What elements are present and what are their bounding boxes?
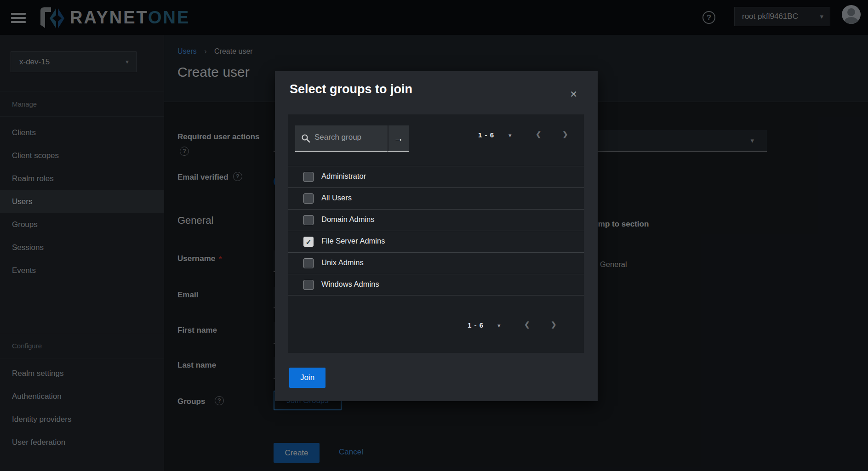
search-submit-button[interactable]: →	[388, 125, 409, 152]
pagination-range-bottom: 1 - 6	[468, 321, 484, 329]
group-row-unix-admins: Unix Admins	[288, 252, 584, 274]
checkbox-windows-admins[interactable]	[303, 280, 314, 290]
checkbox-unix-admins[interactable]	[303, 258, 314, 268]
pagination-prev-top[interactable]: ❮	[536, 130, 542, 138]
pagination-prev-bottom[interactable]: ❮	[524, 320, 530, 329]
pagination-caret-top[interactable]: ▾	[508, 132, 512, 139]
pagination-next-bottom[interactable]: ❯	[551, 320, 557, 329]
group-row-administrator: Administrator	[288, 166, 584, 187]
checkbox-domain-admins[interactable]	[303, 215, 314, 225]
group-list: Administrator All Users Domain Admins ✓ …	[288, 166, 584, 295]
join-button[interactable]: Join	[289, 368, 326, 388]
group-row-file-server-admins: ✓ File Server Admins	[288, 231, 584, 252]
pagination-next-top[interactable]: ❯	[562, 130, 568, 138]
checkbox-file-server-admins-checked[interactable]: ✓	[303, 237, 314, 247]
pagination-range-top: 1 - 6	[478, 131, 494, 139]
checkbox-all-users[interactable]	[303, 193, 314, 204]
select-groups-modal: Select groups to join ✕ Search group → 1…	[275, 71, 598, 401]
modal-title: Select groups to join	[290, 82, 412, 96]
group-row-domain-admins: Domain Admins	[288, 209, 584, 231]
pagination-caret-bottom[interactable]: ▾	[497, 322, 501, 329]
group-search-input[interactable]: Search group	[295, 125, 388, 152]
search-icon	[301, 134, 310, 143]
search-placeholder: Search group	[314, 133, 361, 142]
close-icon[interactable]: ✕	[570, 89, 577, 100]
group-row-windows-admins: Windows Admins	[288, 274, 584, 295]
groups-panel: Search group → 1 - 6 ▾ ❮ ❯ Administrator…	[288, 114, 584, 353]
checkbox-administrator[interactable]	[303, 172, 314, 182]
group-row-all-users: All Users	[288, 187, 584, 209]
